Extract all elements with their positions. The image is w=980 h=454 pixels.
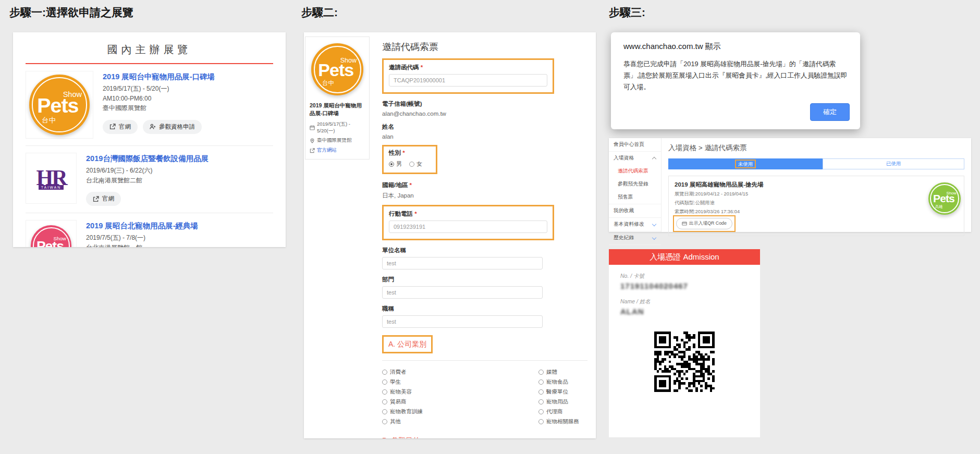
holder-name-label: Name / 姓名 [620,298,760,305]
event-name: 2019 展昭台中寵物用品展-口碑場 [310,102,365,117]
company-type-option[interactable]: 寵物美容 [382,388,538,396]
application-form-panel: Pets Show 台中 2019 展昭台中寵物用品展-口碑場 2019/5/1… [304,32,596,438]
person-plus-icon [150,124,156,130]
highlight-box-section-a: A. 公司業別 [382,335,433,353]
ticket-application-form: 邀請代碼索票 邀請函代碼 電子信箱(帳號) alan@chanchao.com.… [382,32,596,438]
confirm-button[interactable]: 確定 [810,103,850,121]
apply-button[interactable]: 參觀資格申請 [143,120,202,134]
sidebar-item-home[interactable]: 會員中心首頁 [609,138,661,152]
gender-male-option[interactable]: 男 [389,160,402,168]
department-input[interactable] [382,286,543,299]
exhibition-row: Pets Show 台北 2019 展昭台北寵物用品展-經典場 2019/7/5… [26,213,273,247]
logo-sub-text: TAIWAN [39,185,64,190]
sidebar-item-profile[interactable]: 基本資料修改 [609,218,661,231]
company-type-option[interactable]: 學生 [382,378,538,386]
form-heading: 邀請代碼索票 [382,41,587,53]
exhibition-info: 2019 展昭台中寵物用品展-口碑場 2019/5/17(五) - 5/20(一… [103,71,215,139]
highlight-box-gender: 性別 男 女 [382,145,437,174]
radio-unchecked-icon [409,162,414,167]
tab-unused-label: 未使用 [738,161,753,167]
company-type-option[interactable]: 其他 [382,418,538,425]
sidebar-item-preregister[interactable]: 參觀預先登錄 [609,178,661,191]
company-type-option[interactable]: 寵物教育訓練 [382,408,538,415]
company-type-option[interactable]: 醫療單位 [538,388,587,396]
tab-used[interactable]: 已使用 [823,158,964,169]
exhibition-title-link[interactable]: 2019台灣國際飯店暨餐飲設備用品展 [86,154,209,164]
gender-female-option[interactable]: 女 [409,160,422,168]
official-website-link[interactable]: 官方網站 [310,147,365,154]
radio-unchecked-icon [382,409,387,414]
exhibition-row: Pets Show 台中 2019 展昭台中寵物用品展-口碑場 2019/5/1… [26,64,273,145]
logo-city-text: 台中 [322,79,334,87]
radio-unchecked-icon [382,379,387,385]
ticket-name: 2019 展昭高雄寵物用品展-搶先場 [675,181,958,189]
sidebar-item-invite-code[interactable]: 邀請代碼索票 [609,165,661,178]
exhibition-venue: 台北南港展覽館二館 [86,176,209,186]
step1-title: 步驟一:選擇欲申請之展覽 [9,5,133,20]
company-label: 單位名稱 [382,247,587,254]
company-type-option[interactable]: 媒體 [538,369,587,376]
logo-show-text: Show [947,191,957,195]
highlight-box-tab: 未使用 [735,159,756,168]
admission-card: 入場憑證 Admission No. / 卡號 17191104020467 N… [609,249,760,437]
chevron-down-icon [652,236,656,240]
radio-unchecked-icon [382,389,387,395]
website-button-label: 官網 [119,123,131,131]
tab-unused[interactable]: 未使用 [668,158,823,169]
company-type-col2: 媒體寵物食品醫療單位寵物用品代理商寵物相關服務 [538,366,587,428]
logo-show-text: Show [63,90,82,99]
company-type-option[interactable]: 寵物食品 [538,378,587,386]
exhibition-dates: 2019/5/17(五) - 5/20(一) [103,84,215,94]
location-pin-icon [310,138,315,143]
exhibition-venue: 臺中國際展覽館 [103,103,215,113]
card-icon [682,221,687,226]
exhibition-actions: 官網 參觀資格申請 [103,120,215,134]
radio-unchecked-icon [382,399,387,404]
company-type-option[interactable]: 消費者 [382,369,538,376]
dialog-source: www.chanchao.com.tw 顯示 [623,42,848,52]
sidebar-item-favorites[interactable]: 我的收藏 [609,204,661,218]
company-input[interactable] [382,257,543,269]
chevron-down-icon [652,222,656,226]
radio-unchecked-icon [538,389,544,395]
admission-qr-code [654,332,715,394]
company-type-option[interactable]: 代理商 [538,408,587,415]
invite-code-input[interactable] [389,74,547,87]
company-type-option[interactable]: 貿易商 [382,398,538,406]
website-button[interactable]: 官網 [86,192,121,206]
member-main: 入場資格 > 邀請代碼索票 未使用 已使用 2019 展昭高雄寵物用品展-搶先場… [662,138,971,232]
member-center-panel: 會員中心首頁 入場資格 邀請代碼索票 參觀預先登錄 預售票 我的收藏 基本資料修… [609,138,971,232]
ticket-status-tabs: 未使用 已使用 [668,158,964,169]
logo-city-text: 高雄 [935,204,942,210]
exhibition-time: AM10:00-PM6:00 [103,94,215,104]
sidebar-item-label: 歷史紀錄 [614,235,634,240]
logo-show-text: Show [340,57,357,64]
mobile-input[interactable] [389,220,547,233]
panel-title: 國內主辦展覽 [13,32,286,57]
sidebar-item-presale-ticket[interactable]: 預售票 [609,191,661,204]
company-type-option[interactable]: 寵物用品 [538,398,587,406]
option-label: 醫療單位 [546,388,568,396]
apply-button-label: 參觀資格申請 [159,123,195,131]
website-button[interactable]: 官網 [103,120,138,134]
pets-show-kaohsiung-logo: Pets Show 高雄 [928,182,961,215]
divider [382,360,587,361]
breadcrumb: 入場資格 > 邀請代碼索票 [668,143,964,153]
sidebar-item-admission[interactable]: 入場資格 [609,152,661,165]
company-type-options: 消費者學生寵物美容貿易商寵物教育訓練其他 媒體寵物食品醫療單位寵物用品代理商寵物… [382,366,587,428]
browser-alert-dialog: www.chanchao.com.tw 顯示 恭喜您已完成申請「2019 展昭高… [611,32,860,129]
job-title-input[interactable] [382,315,543,328]
logo-word: Pets [36,238,64,247]
exhibition-actions: 官網 [86,192,209,206]
job-title-label: 職稱 [382,305,587,313]
exhibition-title-link[interactable]: 2019 展昭台北寵物用品展-經典場 [86,221,198,231]
gender-female-label: 女 [416,160,422,168]
hr-taiwan-logo: HR TAIWAN [36,167,66,190]
exhibition-title-link[interactable]: 2019 展昭台中寵物用品展-口碑場 [103,72,215,82]
sidebar-item-history[interactable]: 歷史紀錄 [609,231,661,245]
exhibition-info: 2019台灣國際飯店暨餐飲設備用品展 2019/6/19(三) - 6/22(六… [86,153,209,206]
option-label: 寵物用品 [546,398,568,406]
logo-city-text: 台中 [42,116,56,125]
show-qr-code-button[interactable]: 出示入場QR Code [676,218,732,229]
company-type-option[interactable]: 寵物相關服務 [538,418,587,425]
